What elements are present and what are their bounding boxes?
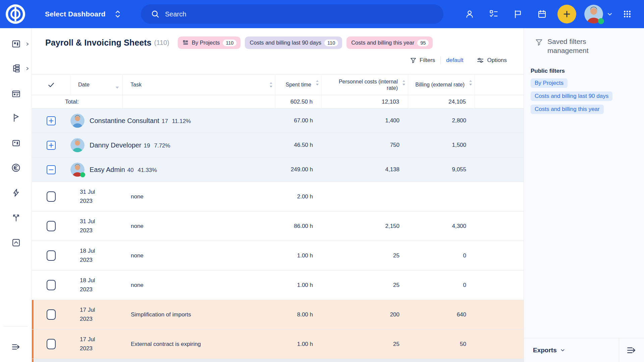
column-header-spent-time[interactable]: Spent time bbox=[275, 75, 322, 95]
filter-chip[interactable]: Costs and billing last 90 days110 bbox=[245, 37, 342, 49]
spent-time-cell: 1.00 h bbox=[275, 282, 322, 289]
search-input[interactable] bbox=[165, 10, 400, 18]
sidebar-item-uploads[interactable] bbox=[0, 233, 32, 252]
group-user-name: Danny Developer bbox=[90, 141, 142, 149]
toolbar-divider bbox=[440, 57, 441, 64]
filter-chip[interactable]: By Projects110 bbox=[178, 37, 241, 49]
row-checkbox[interactable] bbox=[47, 309, 56, 320]
total-label: Total: bbox=[32, 95, 123, 108]
expand-sidebar-icon[interactable] bbox=[0, 339, 32, 355]
row-select-cell bbox=[32, 339, 70, 349]
expand-group-button[interactable] bbox=[47, 141, 56, 150]
user-menu-chevron-icon[interactable] bbox=[603, 0, 616, 28]
group-user-cell[interactable]: Easy Admin4041.33% bbox=[70, 163, 275, 177]
sidebar-item-modules[interactable] bbox=[0, 133, 32, 153]
apps-grid-icon[interactable] bbox=[616, 0, 638, 28]
task-cell[interactable]: none bbox=[123, 223, 275, 230]
chevron-right-icon bbox=[25, 42, 29, 46]
row-select-cell bbox=[32, 309, 70, 320]
options-button[interactable]: Options bbox=[477, 57, 507, 64]
personnel-costs-cell: 200 bbox=[322, 311, 408, 318]
public-filter-link[interactable]: By Projects bbox=[531, 78, 568, 88]
flag-icon[interactable] bbox=[506, 0, 530, 28]
spent-time-cell: 86.00 h bbox=[275, 223, 322, 230]
personnel-costs-cell: 2,150 bbox=[322, 223, 408, 230]
task-cell[interactable]: External contract is expiring bbox=[123, 341, 275, 348]
public-filter-link[interactable]: Costs and billing this year bbox=[531, 105, 604, 114]
column-header-billing[interactable]: Billing (external rate) bbox=[408, 75, 475, 95]
expand-group-button[interactable] bbox=[47, 116, 56, 125]
sort-icon bbox=[402, 80, 406, 87]
row-checkbox[interactable] bbox=[47, 221, 56, 231]
spent-time-cell: 1.00 h bbox=[275, 341, 322, 348]
table-entry-row: 31 Jul2023none2.00 h bbox=[32, 182, 524, 212]
search-bar[interactable] bbox=[141, 4, 443, 24]
table-group-row: Danny Developer197.72%46.50 h7501,500 bbox=[32, 133, 524, 158]
sidebar-item-automations[interactable] bbox=[0, 183, 32, 202]
sidebar-item-milestones[interactable] bbox=[0, 108, 32, 127]
app-logo-icon[interactable] bbox=[6, 4, 25, 24]
group-user-cell[interactable]: Constantine Consultant1711.12% bbox=[70, 114, 275, 128]
personnel-costs-cell: 1,400 bbox=[322, 117, 408, 124]
spent-time-cell: 67.00 h bbox=[275, 117, 322, 124]
table-entry-row: 18 Jul2023none1.00 h250 bbox=[32, 241, 524, 270]
sidebar-item-finance[interactable] bbox=[0, 158, 32, 177]
personnel-costs-cell: 25 bbox=[322, 341, 408, 348]
task-cell[interactable]: none bbox=[123, 282, 275, 289]
sidebar-item-projects-tree[interactable] bbox=[0, 59, 32, 78]
public-filter-link[interactable]: Costs and billing last 90 days bbox=[531, 92, 612, 101]
filters-button[interactable]: Filters bbox=[410, 57, 435, 64]
spent-time-cell: 2.00 h bbox=[275, 193, 322, 200]
billing-cell: 0 bbox=[408, 282, 475, 289]
page-header: Payroll & Invoicing Sheets (110) By Proj… bbox=[45, 37, 524, 49]
panel-header: Saved filters management bbox=[524, 28, 644, 55]
public-filters-list: By ProjectsCosts and billing last 90 day… bbox=[531, 78, 644, 114]
filters-label: Filters bbox=[420, 57, 435, 64]
default-filter-link[interactable]: default bbox=[446, 57, 463, 64]
column-header-personnel-costs[interactable]: Personnel costs (internal rate) bbox=[322, 75, 408, 95]
online-status-dot bbox=[598, 18, 604, 24]
group-user-name: Constantine Consultant bbox=[90, 117, 159, 124]
topbar: Select Dashboard bbox=[0, 0, 644, 28]
date-cell: 17 Jul2023 bbox=[70, 335, 123, 353]
row-select-cell bbox=[32, 250, 70, 261]
row-checkbox[interactable] bbox=[47, 280, 56, 290]
table-entry-row: 17 Jul2023Simplification of imports8.00 … bbox=[32, 300, 524, 329]
filter-funnel-icon bbox=[535, 38, 543, 55]
user-avatar[interactable] bbox=[584, 5, 603, 23]
task-cell[interactable]: Simplification of imports bbox=[123, 311, 275, 318]
search-icon bbox=[151, 10, 160, 18]
sidebar-item-dashboards[interactable] bbox=[0, 34, 32, 54]
collapse-group-button[interactable] bbox=[47, 165, 56, 174]
table-toolbar: Filters default Options bbox=[410, 54, 507, 67]
date-cell: 31 Jul2023 bbox=[70, 217, 123, 235]
topbar-actions bbox=[458, 0, 644, 28]
filter-chip[interactable]: Costs and billing this year95 bbox=[346, 37, 433, 49]
row-checkbox[interactable] bbox=[47, 339, 56, 349]
contacts-icon[interactable] bbox=[458, 0, 482, 28]
spent-time-cell: 46.50 h bbox=[275, 142, 322, 148]
task-cell[interactable]: none bbox=[123, 193, 275, 200]
tasks-icon[interactable] bbox=[482, 0, 506, 28]
sidebar-item-workflows[interactable] bbox=[0, 208, 32, 227]
exports-button[interactable]: Exports bbox=[524, 338, 619, 362]
dashboard-selector[interactable]: Select Dashboard bbox=[45, 0, 122, 28]
table-group-row: Easy Admin4041.33%249.00 h4,1389,055 bbox=[32, 158, 524, 182]
sidebar-item-boards[interactable] bbox=[0, 84, 32, 104]
total-personnel-costs: 12,103 bbox=[322, 95, 408, 108]
total-extra-cell bbox=[475, 95, 524, 108]
select-all-checkmark[interactable] bbox=[32, 75, 70, 95]
add-new-button[interactable] bbox=[557, 5, 576, 23]
collapse-panel-icon[interactable] bbox=[619, 338, 644, 362]
sort-icon bbox=[469, 80, 472, 87]
column-header-task[interactable]: Task bbox=[123, 75, 275, 95]
column-header-date[interactable]: Date bbox=[70, 75, 123, 95]
billing-cell: 50 bbox=[408, 341, 475, 348]
task-cell[interactable]: none bbox=[123, 252, 275, 259]
calendar-icon[interactable] bbox=[530, 0, 554, 28]
filter-chip-count-badge: 110 bbox=[324, 40, 338, 46]
row-checkbox[interactable] bbox=[47, 191, 56, 202]
group-user-cell[interactable]: Danny Developer197.72% bbox=[70, 138, 275, 152]
row-checkbox[interactable] bbox=[47, 250, 56, 261]
table-entry-row: 31 Jul2023none86.00 h2,1504,300 bbox=[32, 212, 524, 241]
